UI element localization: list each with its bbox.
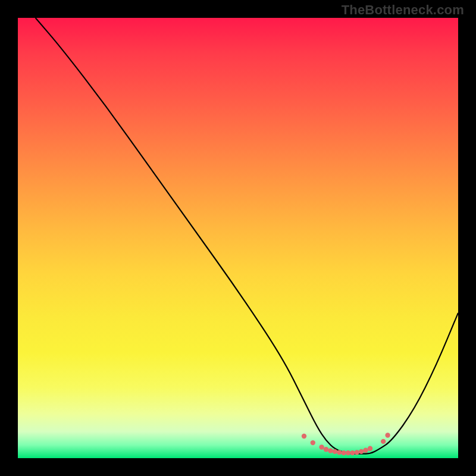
marker-dot — [355, 450, 359, 455]
marker-dot — [385, 433, 390, 437]
marker-dot — [328, 448, 333, 453]
marker-dot — [337, 450, 342, 455]
marker-dot — [302, 434, 306, 439]
marker-dot — [333, 449, 337, 454]
marker-dot — [311, 440, 315, 445]
marker-dot — [350, 450, 355, 455]
marker-group — [302, 433, 390, 455]
chart-frame: TheBottleneck.com — [0, 0, 476, 476]
watermark-text: TheBottleneck.com — [342, 2, 464, 18]
plot-area — [18, 18, 458, 458]
marker-dot — [319, 444, 324, 449]
marker-dot — [324, 447, 328, 452]
marker-dot — [346, 450, 350, 455]
marker-dot — [368, 446, 372, 451]
curve-path — [36, 18, 458, 454]
marker-dot — [341, 450, 346, 455]
chart-svg — [18, 18, 458, 458]
marker-dot — [381, 439, 386, 444]
marker-dot — [363, 447, 368, 452]
marker-dot — [359, 449, 364, 454]
